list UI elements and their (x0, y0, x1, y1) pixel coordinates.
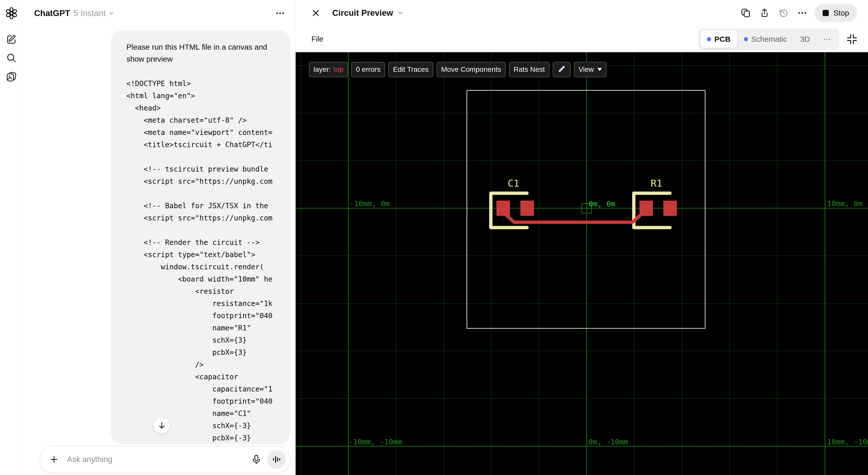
coord-label-left-mid: -10mm, 0m (350, 199, 390, 208)
share-icon[interactable] (759, 7, 770, 19)
library-icon[interactable] (5, 71, 18, 83)
chat-column: ChatGPT 5 Instant Please run this HTML f… (23, 0, 296, 475)
attach-plus-icon[interactable] (49, 454, 59, 465)
c1-pad-right[interactable] (520, 201, 534, 216)
waveform-icon (271, 454, 282, 465)
chevron-down-icon (108, 10, 115, 17)
scroll-to-bottom-button[interactable] (153, 417, 170, 434)
openai-logo[interactable] (5, 7, 18, 19)
tab-more[interactable]: ⋯ (816, 31, 837, 48)
move-components-button[interactable]: Move Components (437, 62, 506, 77)
c1-label: C1 (508, 178, 519, 189)
user-message-text: Please run this HTML file in a canvas an… (126, 41, 275, 65)
chat-input[interactable] (66, 455, 251, 464)
collapse-icon[interactable] (846, 33, 858, 45)
stop-square-icon (823, 10, 829, 16)
app-root: ChatGPT 5 Instant Please run this HTML f… (0, 0, 868, 475)
tab-pcb-label: PCB (714, 35, 731, 43)
layer-button[interactable]: layer: top (309, 62, 348, 77)
tab-pcb[interactable]: PCB (700, 31, 737, 48)
user-message-bubble: Please run this HTML file in a canvas an… (111, 30, 290, 444)
stop-label: Stop (833, 9, 849, 17)
rats-nest-label: Rats Nest (514, 65, 545, 74)
pcb-grid (296, 52, 868, 475)
rats-nest-button[interactable]: Rats Nest (509, 62, 550, 77)
code-block: <!DOCTYPE html> <html lang="en"> <head> … (126, 78, 275, 444)
coord-label-left-bottom: -10mm, -10mm (349, 438, 402, 446)
pcb-svg: C1 R1 -10mm, 0m 0m, 0m (296, 52, 868, 475)
r1-pad-right[interactable] (663, 201, 677, 216)
view-dropdown-button[interactable]: View (574, 62, 607, 77)
edit-traces-label: Edit Traces (393, 65, 429, 74)
new-chat-icon[interactable] (5, 33, 18, 45)
coord-label-center-bottom: 0m, -10mm (588, 438, 628, 446)
canvas-subheader: File PCB Schematic 3D ⋯ (296, 26, 868, 52)
pencil-icon (557, 65, 566, 74)
pcb-toolbar: layer: top 0 errors Edit Traces Move Com… (309, 62, 607, 77)
search-icon[interactable] (5, 52, 18, 64)
move-components-label: Move Components (441, 65, 501, 74)
chevron-down-icon[interactable] (397, 9, 404, 17)
more-options-icon[interactable] (797, 7, 808, 19)
c1-pad-left[interactable] (496, 201, 510, 216)
openai-logo-glyph (6, 7, 17, 19)
conversation-more-icon[interactable] (275, 8, 286, 19)
copy-icon[interactable] (740, 7, 751, 19)
layer-label: layer: (313, 65, 331, 74)
r1-label: R1 (651, 178, 662, 189)
sidebar (0, 0, 23, 475)
errors-button[interactable]: 0 errors (351, 62, 385, 77)
tab-3d-label: 3D (800, 35, 810, 43)
canvas-panel: Circuit Preview (296, 0, 868, 475)
history-icon[interactable] (778, 7, 789, 19)
model-label: 5 Instant (73, 8, 106, 18)
pcb-canvas[interactable]: C1 R1 -10mm, 0m 0m, 0m (296, 52, 868, 475)
view-label: View (579, 65, 594, 74)
mic-icon[interactable] (251, 454, 262, 465)
composer (40, 446, 290, 473)
coord-label-right-mid: 10mm, 0m (827, 199, 863, 208)
blue-dot-icon (744, 37, 748, 41)
view-tabs: PCB Schematic 3D ⋯ (698, 29, 839, 50)
model-selector[interactable]: 5 Instant (73, 8, 115, 18)
arrow-down-icon (157, 420, 167, 430)
caret-down-icon (597, 68, 602, 71)
coord-label-origin: 0m, 0m (589, 200, 615, 208)
edit-traces-button[interactable]: Edit Traces (389, 62, 433, 77)
errors-label: 0 errors (356, 65, 380, 74)
close-icon[interactable] (310, 8, 321, 18)
file-menu[interactable]: File (311, 35, 323, 43)
blue-dot-icon (707, 37, 711, 41)
tab-3d[interactable]: 3D (794, 31, 816, 48)
pencil-tool-button[interactable] (553, 62, 570, 77)
canvas-header: Circuit Preview (296, 0, 868, 26)
stop-button[interactable]: Stop (814, 4, 857, 22)
tab-schematic-label: Schematic (751, 35, 787, 43)
voice-mode-button[interactable] (267, 450, 286, 469)
chat-header: ChatGPT 5 Instant (23, 0, 296, 27)
canvas-title[interactable]: Circuit Preview (332, 8, 393, 18)
tab-more-label: ⋯ (823, 35, 831, 43)
tab-schematic[interactable]: Schematic (737, 31, 794, 48)
coord-label-right-bottom: 10mm, -10mm (827, 438, 868, 446)
chat-app-title: ChatGPT (34, 8, 70, 18)
layer-value: top (333, 65, 343, 74)
r1-pad-left[interactable] (640, 201, 653, 216)
